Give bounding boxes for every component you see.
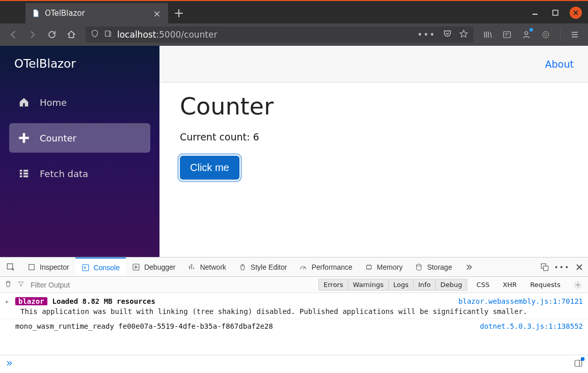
new-tab-button[interactable]: + [168, 3, 190, 23]
devtools-tab-storage[interactable]: Storage [409, 257, 458, 276]
plus-icon [18, 132, 30, 144]
click-me-button[interactable]: Click me [180, 156, 239, 180]
console-log: ▸ blazor Loaded 8.82 MB resources blazor… [0, 293, 588, 355]
svg-rect-17 [366, 265, 371, 269]
devtools-tab-inspector[interactable]: Inspector [21, 257, 75, 276]
page-title: Counter [180, 93, 568, 120]
devtools-tabs-overflow[interactable] [458, 257, 479, 276]
count-text: Current count: 6 [180, 131, 568, 142]
forward-button[interactable] [24, 26, 41, 43]
toggle-debug[interactable]: Debug [436, 279, 467, 291]
devtools-tab-label: Network [200, 263, 226, 271]
lock-icon[interactable] [104, 30, 112, 40]
console-settings-icon[interactable] [572, 281, 584, 289]
devtools-tab-memory[interactable]: Memory [359, 257, 409, 276]
log-entry[interactable]: mono_wasm_runtime_ready fe00e07a-5519-4d… [0, 319, 588, 331]
toggle-warnings[interactable]: Warnings [348, 279, 388, 291]
console-sidebar-toggle[interactable] [574, 359, 583, 369]
sidebar-item-fetch[interactable]: Fetch data [9, 159, 150, 188]
log-source[interactable]: dotnet.5.0.3.js:1:138552 [480, 322, 583, 330]
chip-xhr[interactable]: XHR [499, 279, 521, 290]
devtools-tab-label: Debugger [144, 263, 176, 271]
toggle-info[interactable]: Info [414, 279, 436, 291]
window-minimize-button[interactable] [529, 7, 541, 19]
sidebar-item-label: Counter [40, 133, 76, 144]
main: About Counter Current count: 6 Click me [159, 46, 588, 257]
count-label: Current count: [180, 131, 253, 142]
library-icon[interactable] [479, 26, 496, 43]
sidebar-item-label: Fetch data [40, 168, 88, 179]
devtools-tab-label: Console [94, 264, 120, 272]
url-path: :5000/counter [156, 30, 217, 40]
browser-tab[interactable]: OTelBlazor × [25, 3, 168, 23]
svg-rect-2 [503, 32, 511, 38]
devtools-more-button[interactable]: ••• [553, 257, 571, 276]
svg-point-5 [545, 34, 547, 36]
log-source[interactable]: blazor.webassembly.js:1:70121 [459, 297, 583, 305]
count-value: 6 [253, 131, 259, 142]
filter-input[interactable] [30, 280, 313, 290]
devtools-tab-label: Performance [311, 263, 352, 271]
sidebar-item-counter[interactable]: Counter [9, 123, 150, 153]
svg-rect-8 [20, 173, 22, 175]
svg-rect-0 [553, 10, 558, 15]
devtools-pick-element[interactable] [0, 257, 21, 276]
chip-requests[interactable]: Requests [526, 279, 565, 290]
back-button[interactable] [5, 26, 21, 43]
home-icon [18, 97, 30, 108]
svg-rect-14 [29, 264, 35, 270]
devtools-tab-performance[interactable]: Performance [293, 257, 358, 276]
svg-point-18 [416, 264, 421, 266]
about-link[interactable]: About [545, 59, 574, 70]
url-bar[interactable]: localhost:5000/counter ••• [86, 26, 473, 43]
devtools-tab-debugger[interactable]: Debugger [126, 257, 182, 276]
sidebar: OTelBlazor Home Counter Fetch data [0, 46, 159, 257]
window-maximize-button[interactable] [549, 7, 562, 19]
browser-titlebar: OTelBlazor × + [0, 0, 588, 23]
console-input-bar[interactable] [0, 355, 588, 373]
window-close-button[interactable] [570, 7, 582, 19]
browser-toolbar: localhost:5000/counter ••• [0, 23, 588, 46]
notification-dot [581, 357, 584, 361]
devtools-tab-network[interactable]: Network [181, 257, 232, 276]
filter-icon[interactable] [17, 280, 24, 289]
reader-icon[interactable] [499, 26, 515, 43]
extension-icon[interactable] [538, 26, 554, 43]
svg-rect-12 [23, 176, 28, 178]
devtools-tab-style[interactable]: Style Editor [232, 257, 293, 276]
toolbar-separator [560, 28, 560, 41]
sidebar-item-home[interactable]: Home [9, 88, 150, 117]
account-icon[interactable] [518, 26, 534, 43]
svg-rect-13 [7, 264, 13, 269]
svg-point-3 [525, 32, 528, 35]
log-message: mono_wasm_runtime_ready fe00e07a-5519-4d… [15, 322, 475, 330]
close-tab-button[interactable]: × [152, 8, 162, 18]
shield-icon[interactable] [91, 30, 99, 40]
topbar: About [159, 46, 588, 82]
app-viewport: OTelBlazor Home Counter Fetch data About… [0, 46, 588, 257]
menu-icon[interactable] [567, 26, 583, 43]
log-entry[interactable]: ▸ blazor Loaded 8.82 MB resources blazor… [0, 296, 588, 306]
svg-rect-6 [23, 103, 25, 106]
reload-button[interactable] [44, 26, 60, 43]
toggle-errors[interactable]: Errors [318, 279, 348, 291]
devtools-close-button[interactable] [571, 257, 588, 276]
clear-console-icon[interactable] [4, 280, 12, 290]
url-text: localhost:5000/counter [117, 30, 217, 40]
bookmark-icon[interactable] [459, 29, 468, 40]
chip-css[interactable]: CSS [472, 279, 494, 290]
log-level-toggles: Errors Warnings Logs Info Debug [318, 279, 467, 291]
devtools-tab-label: Style Editor [251, 263, 287, 271]
devtools-dock-button[interactable] [536, 257, 553, 276]
svg-rect-11 [23, 173, 28, 175]
home-button[interactable] [63, 26, 79, 43]
page-actions-icon[interactable]: ••• [417, 30, 436, 40]
svg-rect-22 [575, 360, 582, 366]
devtools-tab-console[interactable]: Console [75, 257, 126, 276]
expand-icon[interactable]: ▸ [5, 297, 10, 305]
svg-rect-9 [20, 176, 22, 178]
toggle-logs[interactable]: Logs [389, 279, 414, 291]
pocket-icon[interactable] [443, 29, 452, 40]
sidebar-item-label: Home [40, 97, 67, 108]
devtools-tabs: Inspector Console Debugger Network Style… [0, 257, 588, 277]
